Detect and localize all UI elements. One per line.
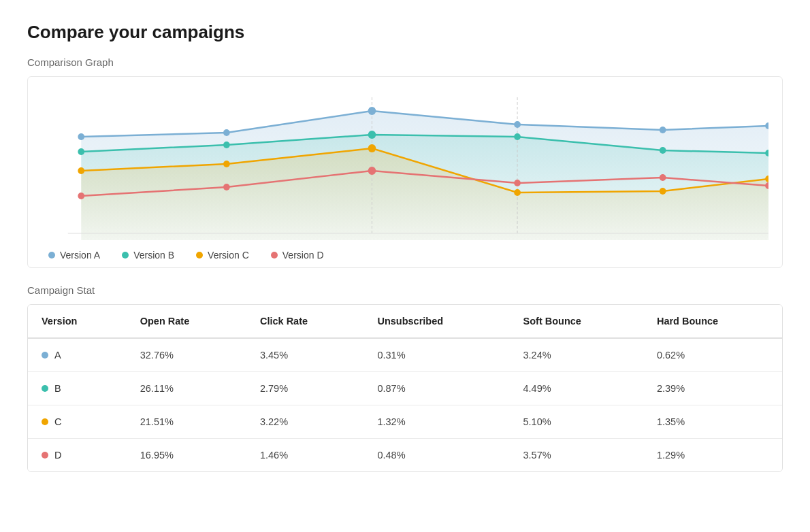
version-a-dot-4 — [514, 121, 521, 128]
cell-unsubscribed-D: 0.48% — [363, 439, 509, 472]
legend-dot-d — [271, 252, 278, 259]
cell-unsubscribed-B: 0.87% — [363, 372, 509, 405]
page-title: Compare your campaigns — [27, 22, 783, 43]
legend-label-b: Version B — [133, 250, 174, 261]
comparison-chart — [42, 90, 768, 240]
table-header-row: Version Open Rate Click Rate Unsubscribe… — [28, 305, 782, 338]
cell-soft-bounce-C: 5.10% — [510, 405, 643, 439]
cell-hard-bounce-C: 1.35% — [643, 405, 782, 439]
version-c-dot-1 — [78, 167, 84, 174]
cell-click-rate-D: 1.46% — [246, 439, 363, 472]
graph-container: Version A Version B Version C Version D — [27, 76, 783, 268]
cell-version-B: B — [28, 372, 127, 405]
col-header-open-rate: Open Rate — [127, 305, 246, 338]
cell-unsubscribed-A: 0.31% — [363, 338, 509, 372]
version-d-dot-2 — [223, 184, 230, 190]
version-b-dot-2 — [223, 142, 230, 148]
version-c-dot-3 — [368, 144, 376, 152]
col-header-soft-bounce: Soft Bounce — [510, 305, 643, 338]
table-row: B 26.11% 2.79% 0.87% 4.49% 2.39% — [28, 372, 782, 405]
cell-unsubscribed-C: 1.32% — [363, 405, 509, 439]
version-a-dot-2 — [223, 129, 230, 136]
graph-section-label: Comparison Graph — [27, 56, 783, 68]
version-dot-B — [42, 385, 48, 392]
cell-click-rate-A: 3.45% — [246, 338, 363, 372]
legend-version-c: Version C — [196, 250, 249, 261]
version-a-dot-3 — [368, 107, 376, 115]
legend-version-d: Version D — [271, 250, 324, 261]
version-dot-C — [42, 418, 48, 425]
legend-dot-b — [122, 252, 129, 259]
legend-dot-a — [48, 252, 55, 259]
cell-soft-bounce-D: 3.57% — [510, 439, 643, 472]
version-d-dot-1 — [78, 193, 84, 199]
legend-version-b: Version B — [122, 250, 174, 261]
version-b-dot-3 — [368, 131, 376, 139]
legend-label-a: Version A — [60, 250, 100, 261]
cell-version-C: C — [28, 405, 127, 439]
cell-open-rate-D: 16.95% — [127, 439, 246, 472]
version-label-A: A — [54, 350, 61, 361]
version-d-dot-4 — [514, 180, 521, 186]
cell-hard-bounce-B: 2.39% — [643, 372, 782, 405]
cell-click-rate-B: 2.79% — [246, 372, 363, 405]
version-label-B: B — [54, 383, 61, 394]
legend-label-d: Version D — [282, 250, 324, 261]
version-c-dot-5 — [660, 188, 666, 195]
legend-label-c: Version C — [208, 250, 249, 261]
legend-dot-c — [196, 252, 203, 259]
cell-soft-bounce-B: 4.49% — [510, 372, 643, 405]
col-header-unsubscribed: Unsubscribed — [363, 305, 509, 338]
version-d-dot-5 — [660, 174, 666, 181]
version-c-dot-4 — [514, 189, 521, 196]
legend-version-a: Version A — [48, 250, 100, 261]
cell-hard-bounce-D: 1.29% — [643, 439, 782, 472]
col-header-hard-bounce: Hard Bounce — [643, 305, 782, 338]
cell-hard-bounce-A: 0.62% — [643, 338, 782, 372]
cell-soft-bounce-A: 3.24% — [510, 338, 643, 372]
cell-version-A: A — [28, 338, 127, 372]
campaign-stat-table: Version Open Rate Click Rate Unsubscribe… — [28, 305, 782, 471]
cell-open-rate-A: 32.76% — [127, 338, 246, 372]
version-c-dot-2 — [223, 161, 230, 167]
version-label-C: C — [54, 416, 61, 427]
cell-open-rate-B: 26.11% — [127, 372, 246, 405]
stat-section-label: Campaign Stat — [27, 284, 783, 296]
col-header-version: Version — [28, 305, 127, 338]
version-dot-A — [42, 352, 48, 359]
chart-legend: Version A Version B Version C Version D — [42, 250, 768, 261]
col-header-click-rate: Click Rate — [246, 305, 363, 338]
table-row: D 16.95% 1.46% 0.48% 3.57% 1.29% — [28, 439, 782, 472]
version-d-dot-3 — [368, 167, 376, 175]
cell-version-D: D — [28, 439, 127, 472]
table-row: C 21.51% 3.22% 1.32% 5.10% 1.35% — [28, 405, 782, 439]
version-b-dot-5 — [660, 147, 666, 154]
version-b-dot-1 — [78, 148, 84, 155]
table-row: A 32.76% 3.45% 0.31% 3.24% 0.62% — [28, 338, 782, 372]
version-b-dot-4 — [514, 133, 521, 140]
version-label-D: D — [54, 450, 61, 461]
cell-open-rate-C: 21.51% — [127, 405, 246, 439]
version-a-dot-5 — [660, 127, 666, 133]
campaign-stat-table-wrapper: Version Open Rate Click Rate Unsubscribe… — [27, 304, 783, 472]
version-a-dot-1 — [78, 133, 84, 140]
version-dot-D — [42, 452, 48, 459]
cell-click-rate-C: 3.22% — [246, 405, 363, 439]
